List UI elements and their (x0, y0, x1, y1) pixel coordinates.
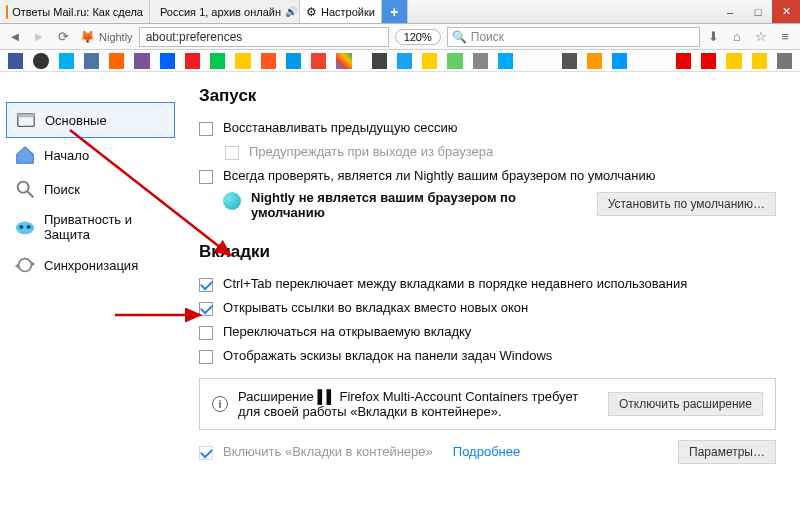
category-general[interactable]: Основные (6, 102, 175, 138)
bookmark-icon[interactable] (562, 53, 577, 69)
back-button[interactable]: ◄ (4, 26, 26, 48)
disable-extension-button[interactable]: Отключить расширение (608, 392, 763, 416)
bookmark-icon[interactable] (587, 53, 602, 69)
downloads-button[interactable]: ⬇ (702, 26, 724, 48)
close-window-button[interactable]: ✕ (772, 0, 800, 23)
category-home[interactable]: Начало (6, 138, 175, 172)
learn-more-link[interactable]: Подробнее (453, 444, 520, 459)
startup-heading: Запуск (199, 86, 776, 106)
bookmark-icon[interactable] (8, 53, 23, 69)
zoom-indicator[interactable]: 120% (395, 29, 441, 45)
checkbox[interactable] (199, 326, 213, 340)
bookmark-icon[interactable] (397, 53, 412, 69)
bookmark-icon[interactable] (473, 53, 488, 69)
bookmark-icon[interactable] (235, 53, 250, 69)
bookmark-icon[interactable] (777, 53, 792, 69)
browser-tab[interactable]: Россия 1, архив онлайн 🔊 (150, 0, 300, 23)
menu-button[interactable]: ≡ (774, 26, 796, 48)
bookmark-icon[interactable] (33, 53, 48, 69)
bookmark-icon[interactable] (752, 53, 767, 69)
category-label: Основные (45, 113, 107, 128)
site-identity[interactable]: 🦊 Nightly (76, 30, 137, 44)
pref-label: Всегда проверять, является ли Nightly ва… (223, 168, 656, 183)
firefox-icon: 🦊 (80, 30, 95, 44)
bookmark-icon[interactable] (109, 53, 124, 69)
search-placeholder: Поиск (471, 30, 504, 44)
audio-icon[interactable]: 🔊 (285, 6, 297, 17)
checkbox[interactable] (199, 170, 213, 184)
pref-label: Восстанавливать предыдущую сессию (223, 120, 458, 135)
minimize-button[interactable]: – (716, 0, 744, 23)
preferences-main: Запуск Восстанавливать предыдущую сессию… (175, 72, 800, 508)
bookmark-icon[interactable] (134, 53, 149, 69)
svg-line-3 (28, 192, 34, 198)
bookmark-icon[interactable] (160, 53, 175, 69)
bookmark-icon[interactable] (498, 53, 513, 69)
bookmarks-button[interactable]: ☆ (750, 26, 772, 48)
checkbox[interactable] (199, 122, 213, 136)
sync-icon (14, 254, 36, 276)
zoom-text: 120% (404, 31, 432, 43)
category-privacy[interactable]: Приватность и Защита (6, 206, 175, 248)
maximize-button[interactable]: □ (744, 0, 772, 23)
bookmark-icon[interactable] (676, 53, 691, 69)
new-tab-button[interactable]: + (382, 0, 408, 23)
bookmark-icon[interactable] (726, 53, 741, 69)
browser-tab[interactable]: Ответы Mail.ru: Как сдела (0, 0, 150, 23)
tab-label: Ответы Mail.ru: Как сдела (12, 6, 143, 18)
privacy-icon (14, 216, 36, 238)
bookmark-icon[interactable] (311, 53, 326, 69)
search-icon (14, 178, 36, 200)
bookmark-icon[interactable] (261, 53, 276, 69)
set-default-button[interactable]: Установить по умолчанию… (597, 192, 776, 216)
bookmark-icon[interactable] (701, 53, 716, 69)
checkbox[interactable] (199, 350, 213, 364)
home-button[interactable]: ⌂ (726, 26, 748, 48)
nightly-icon (223, 192, 241, 210)
extension-message: Расширение ▌▌ Firefox Multi-Account Cont… (238, 389, 598, 419)
svg-point-5 (19, 225, 23, 229)
pref-check-default[interactable]: Всегда проверять, является ли Nightly ва… (199, 164, 776, 188)
pref-ctrl-tab[interactable]: Ctrl+Tab переключает между вкладками в п… (199, 272, 776, 296)
identity-label: Nightly (99, 31, 133, 43)
favicon-icon (6, 5, 8, 19)
svg-point-6 (27, 225, 31, 229)
pref-switch-to-tab[interactable]: Переключаться на открываемую вкладку (199, 320, 776, 344)
bookmark-icon[interactable] (336, 53, 351, 69)
search-bar[interactable]: 🔍 Поиск (447, 27, 700, 47)
category-label: Поиск (44, 182, 80, 197)
home-icon (14, 144, 36, 166)
pref-label: Переключаться на открываемую вкладку (223, 324, 471, 339)
category-sync[interactable]: Синхронизация (6, 248, 175, 282)
tabs-heading: Вкладки (199, 242, 776, 262)
category-label: Начало (44, 148, 89, 163)
bookmark-icon[interactable] (612, 53, 627, 69)
checkbox[interactable] (199, 302, 213, 316)
pref-container-tabs: Включить «Вкладки в контейнере» Подробне… (199, 440, 776, 464)
checkbox (225, 146, 239, 160)
reload-button[interactable]: ⟳ (52, 26, 74, 48)
category-search[interactable]: Поиск (6, 172, 175, 206)
bookmark-icon[interactable] (59, 53, 74, 69)
pref-open-links-in-tabs[interactable]: Открывать ссылки во вкладках вместо новы… (199, 296, 776, 320)
url-bar[interactable]: about:preferences (139, 27, 389, 47)
pref-label: Включить «Вкладки в контейнере» (223, 444, 433, 459)
bookmark-icon[interactable] (447, 53, 462, 69)
bookmark-icon[interactable] (210, 53, 225, 69)
svg-point-2 (18, 182, 29, 193)
pref-warn-on-quit: Предупреждать при выходе из браузера (199, 140, 776, 164)
checkbox[interactable] (199, 278, 213, 292)
pref-taskbar-previews[interactable]: Отображать эскизы вкладок на панели зада… (199, 344, 776, 368)
search-icon: 🔍 (452, 30, 467, 44)
pref-label: Ctrl+Tab переключает между вкладками в п… (223, 276, 687, 291)
browser-tab[interactable]: ⚙ Настройки (300, 0, 382, 23)
forward-button[interactable]: ► (28, 26, 50, 48)
bookmark-icon[interactable] (372, 53, 387, 69)
bookmark-icon[interactable] (185, 53, 200, 69)
bookmark-icon[interactable] (84, 53, 99, 69)
preferences-sidebar: Основные Начало Поиск Приватность и Защи… (0, 72, 175, 508)
pref-restore-session[interactable]: Восстанавливать предыдущую сессию (199, 116, 776, 140)
bookmark-icon[interactable] (422, 53, 437, 69)
bookmark-icon[interactable] (286, 53, 301, 69)
container-settings-button[interactable]: Параметры… (678, 440, 776, 464)
